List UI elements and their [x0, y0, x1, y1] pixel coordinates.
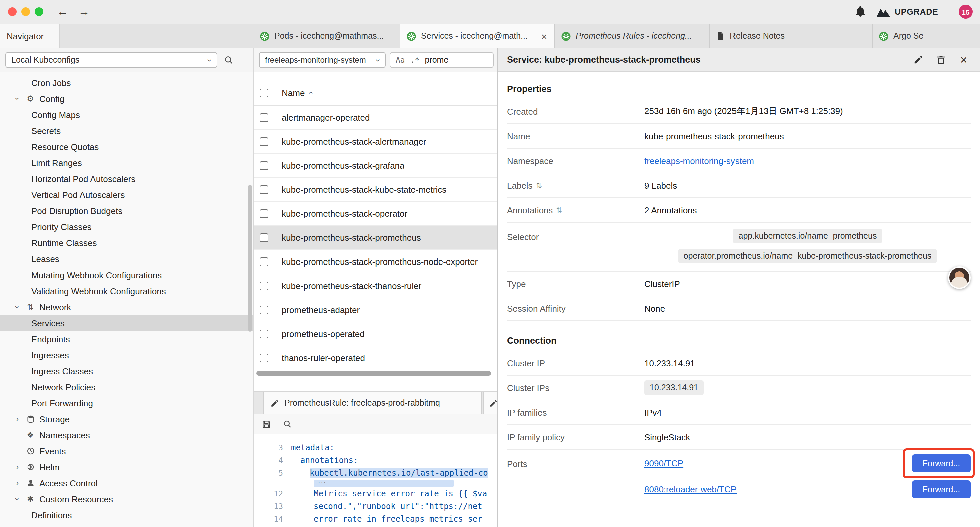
- forward-arrow-icon[interactable]: →: [76, 4, 92, 20]
- sidebar-group-config[interactable]: › ⚙ Config: [0, 91, 253, 107]
- name-column-header[interactable]: Name ›: [282, 88, 311, 98]
- sidebar-item-pod-disruption-budgets[interactable]: Pod Disruption Budgets: [0, 203, 253, 219]
- row-checkbox[interactable]: [259, 306, 268, 314]
- sidebar-item-label: Events: [39, 446, 66, 456]
- notifications-bell-icon[interactable]: [854, 6, 866, 18]
- close-icon[interactable]: ×: [540, 31, 548, 41]
- window-minimize-button[interactable]: [21, 7, 30, 16]
- sidebar-item-ingresses[interactable]: Ingresses: [0, 347, 253, 363]
- sidebar-item-namespaces[interactable]: › ❖ Namespaces: [0, 427, 253, 443]
- sidebar-group-access-control[interactable]: › Access Control: [0, 475, 253, 491]
- sidebar-group-custom-resources[interactable]: › ✱ Custom Resources: [0, 491, 253, 507]
- sidebar-item-port-forwarding[interactable]: Port Forwarding: [0, 395, 253, 411]
- table-row[interactable]: kube-prometheus-stack-alertmanager: [253, 130, 497, 154]
- table-row[interactable]: thanos-ruler-operated: [253, 346, 497, 370]
- search-icon[interactable]: [224, 56, 234, 65]
- notification-count-badge[interactable]: 15: [959, 5, 973, 19]
- row-checkbox[interactable]: [259, 353, 268, 362]
- sidebar-group-storage[interactable]: › Storage: [0, 411, 253, 427]
- table-row[interactable]: kube-prometheus-stack-grafana: [253, 154, 497, 178]
- list-search-box[interactable]: Aa .*: [390, 52, 494, 68]
- sidebar-group-label: Network: [39, 302, 71, 312]
- sidebar-item-definitions[interactable]: Definitions: [0, 507, 253, 523]
- sidebar-item-cron-jobs[interactable]: Cron Jobs: [0, 75, 253, 91]
- row-checkbox[interactable]: [259, 113, 268, 122]
- tab-services[interactable]: Services - icecheng@math... ×: [400, 24, 555, 48]
- sidebar-group-helm[interactable]: › Helm: [0, 459, 253, 475]
- sidebar-item-services[interactable]: Services: [0, 315, 253, 331]
- kubeconfig-select[interactable]: Local Kubeconfigs ›: [5, 52, 218, 68]
- namespace-filter-select[interactable]: freeleaps-monitoring-system ›: [259, 52, 386, 68]
- tab-prometheus-rules[interactable]: Prometheus Rules - icecheng...: [555, 24, 710, 48]
- sidebar-item-ingress-classes[interactable]: Ingress Classes: [0, 363, 253, 379]
- sidebar-item-leases[interactable]: Leases: [0, 251, 253, 267]
- edit-pencil-icon[interactable]: [913, 54, 924, 65]
- table-row[interactable]: kube-prometheus-stack-thanos-ruler: [253, 274, 497, 298]
- dock-tab-prometheusrule[interactable]: PrometheusRule: freeleaps-prod-rabbitmq: [263, 392, 482, 414]
- forward-button[interactable]: Forward...: [912, 480, 970, 498]
- select-all-checkbox[interactable]: [259, 88, 268, 97]
- row-checkbox[interactable]: [259, 282, 268, 290]
- folded-region[interactable]: ···: [253, 479, 497, 487]
- table-row[interactable]: alertmanager-operated: [253, 106, 497, 130]
- sidebar-item-horizontal-pod-autoscalers[interactable]: Horizontal Pod Autoscalers: [0, 171, 253, 187]
- annotations-count[interactable]: 2 Annotations: [644, 205, 970, 215]
- expand-collapse-icon[interactable]: ⇅: [556, 206, 562, 215]
- table-row-selected[interactable]: kube-prometheus-stack-prometheus: [253, 226, 497, 250]
- expand-collapse-icon[interactable]: ⇅: [536, 181, 542, 190]
- editor-search-icon[interactable]: [283, 420, 291, 428]
- close-icon[interactable]: ×: [958, 54, 969, 65]
- back-arrow-icon[interactable]: ←: [55, 4, 71, 20]
- sidebar-item-endpoints[interactable]: Endpoints: [0, 331, 253, 347]
- row-checkbox[interactable]: [259, 330, 268, 338]
- navigator-panel-tab[interactable]: Navigator: [0, 24, 60, 48]
- tab-pods[interactable]: Pods - icecheng@mathmas...: [253, 24, 400, 48]
- row-checkbox[interactable]: [259, 209, 268, 218]
- row-checkbox[interactable]: [259, 258, 268, 266]
- horizontal-scrollbar-thumb[interactable]: [256, 371, 491, 376]
- regex-toggle[interactable]: .*: [410, 56, 420, 65]
- forward-button[interactable]: Forward...: [912, 454, 970, 472]
- sidebar-item-label: Priority Classes: [31, 222, 92, 232]
- window-close-button[interactable]: [8, 7, 17, 16]
- code-text: annotations:: [300, 455, 358, 465]
- row-checkbox[interactable]: [259, 234, 268, 242]
- yaml-editor[interactable]: 3 metadata: 4 annotations: 5 kubectl.kub…: [253, 434, 497, 527]
- sidebar-item-validating-webhook-configurations[interactable]: Validating Webhook Configurations: [0, 283, 253, 299]
- dock-tab-partial[interactable]: [483, 392, 497, 414]
- namespace-link[interactable]: freeleaps-monitoring-system: [644, 156, 754, 166]
- row-checkbox[interactable]: [259, 137, 268, 146]
- labels-count[interactable]: 9 Labels: [644, 180, 970, 191]
- sidebar-item-secrets[interactable]: Secrets: [0, 123, 253, 139]
- sidebar-group-network[interactable]: › ⇅ Network: [0, 299, 253, 315]
- tab-release-notes[interactable]: Release Notes: [710, 24, 873, 48]
- row-checkbox[interactable]: [259, 185, 268, 194]
- port-link-9090[interactable]: 9090/TCP: [644, 458, 684, 468]
- window-zoom-button[interactable]: [35, 7, 43, 16]
- sidebar-item-resource-quotas[interactable]: Resource Quotas: [0, 139, 253, 155]
- sidebar-item-mutating-webhook-configurations[interactable]: Mutating Webhook Configurations: [0, 267, 253, 283]
- table-row[interactable]: prometheus-adapter: [253, 298, 497, 322]
- port-link-8080-reloader-web[interactable]: 8080:reloader-web/TCP: [644, 484, 737, 494]
- sidebar-item-vertical-pod-autoscalers[interactable]: Vertical Pod Autoscalers: [0, 187, 253, 203]
- row-checkbox[interactable]: [259, 161, 268, 170]
- sidebar-scrollbar-thumb[interactable]: [248, 185, 251, 331]
- save-icon[interactable]: [261, 419, 271, 428]
- table-row[interactable]: kube-prometheus-stack-operator: [253, 202, 497, 226]
- selector-badge: app.kubernetes.io/name=prometheus: [733, 229, 882, 244]
- sidebar-item-runtime-classes[interactable]: Runtime Classes: [0, 235, 253, 251]
- match-case-toggle[interactable]: Aa: [396, 56, 405, 65]
- sidebar-item-network-policies[interactable]: Network Policies: [0, 379, 253, 395]
- search-input[interactable]: [425, 56, 488, 65]
- delete-trash-icon[interactable]: [935, 54, 947, 65]
- user-avatar[interactable]: [948, 266, 970, 289]
- tab-argo[interactable]: Argo Se: [873, 24, 980, 48]
- table-row[interactable]: kube-prometheus-stack-kube-state-metrics: [253, 178, 497, 202]
- sidebar-item-priority-classes[interactable]: Priority Classes: [0, 219, 253, 235]
- sidebar-item-events[interactable]: › Events: [0, 443, 253, 459]
- table-row[interactable]: prometheus-operated: [253, 322, 497, 346]
- sidebar-item-limit-ranges[interactable]: Limit Ranges: [0, 155, 253, 171]
- table-row[interactable]: kube-prometheus-stack-prometheus-node-ex…: [253, 250, 497, 274]
- sidebar-item-config-maps[interactable]: Config Maps: [0, 107, 253, 123]
- upgrade-button[interactable]: UPGRADE: [877, 5, 938, 19]
